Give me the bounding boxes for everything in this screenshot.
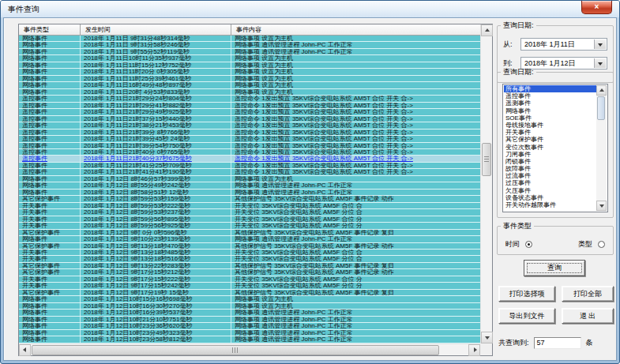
scroll-right-arrow-icon[interactable] <box>468 344 480 356</box>
table-row[interactable]: 网络事件2018年 1月11日11时20分 0秒305毫秒网络事项 设置为主机 <box>19 69 480 75</box>
print-selected-button[interactable]: 打印选择项 <box>498 286 555 302</box>
event-type-cell: 开关事件 <box>19 276 81 282</box>
list-item[interactable]: 刀闸事件 <box>504 151 596 158</box>
list-item[interactable]: 欠压事件 <box>504 187 596 194</box>
close-button[interactable]: × <box>581 1 612 14</box>
table-row[interactable]: 网络事件2018年 1月12日 8时46分57秒399毫秒网络事项 设置为主机 <box>19 176 480 182</box>
table-row[interactable]: 网络事件2018年 1月11日 9时31分48秒314毫秒网络事项 设置为主机 <box>19 36 480 42</box>
table-row[interactable]: 其它保护事件2018年 1月12日 8时59分53秒159毫秒其他保护信号 35… <box>19 196 480 202</box>
table-row[interactable]: 开关事件2018年 1月12日 9时13分18秒516毫秒开关变位 35KV综合… <box>19 256 480 262</box>
vertical-scroll-thumb[interactable] <box>482 143 491 176</box>
table-row[interactable]: 遥控事件2018年 1月11日21时39分54秒750毫秒遥控命令 1发出预置 … <box>19 143 480 149</box>
table-row[interactable]: 开关事件2018年 1月12日 8时59分53秒237毫秒开关变位 35KV综合… <box>19 209 480 216</box>
table-row[interactable]: 网络事件2018年 1月11日 9时55分52秒119毫秒网络事项 通讯管理进程… <box>19 49 480 55</box>
scroll-down-arrow-icon[interactable] <box>481 332 493 343</box>
table-horizontal-scrollbar[interactable] <box>19 343 480 355</box>
event-table: 事件类型 发生时间 事件内容 网络事件2018年 1月11日 9时31分48秒3… <box>18 24 493 356</box>
list-item[interactable]: 过压事件 <box>504 179 596 186</box>
event-content-cell: 遥控命令 1发出预置 35KV综合变电站系统 AM5T 合位 开关 合-> <box>231 122 480 128</box>
event-type-cell: 网络事件 <box>19 336 81 342</box>
list-item[interactable]: 遥控事件 <box>504 92 596 99</box>
table-row[interactable]: 网络事件2018年 1月11日 9时31分58秒246毫秒网络事项 通讯管理进程… <box>19 42 480 48</box>
table-row[interactable]: 遥控事件2018年 1月11日21时29分24秒804毫秒遥控命令 1发出预置 … <box>19 96 480 102</box>
list-scrollbar[interactable] <box>596 85 607 211</box>
list-item[interactable]: 所有事件 <box>504 85 596 92</box>
table-row[interactable]: 遥控事件2018年 1月11日21时29分41秒882毫秒遥控命令 1发出预置 … <box>19 103 480 109</box>
table-row[interactable]: 遥控事件2018年 1月11日21时29分49秒925毫秒遥控命令 1发出预置 … <box>19 109 480 115</box>
table-row[interactable]: 遥控事件2018年 1月11日21时40分37秒675毫秒遥控命令 1发出预置 … <box>19 156 480 162</box>
exit-button[interactable]: 退 出 <box>562 308 614 324</box>
table-row[interactable]: 其它保护事件2018年 1月12日 9时 0分 0秒596毫秒其他保护信号 35… <box>19 230 480 236</box>
radio-type[interactable] <box>598 241 605 248</box>
list-item[interactable]: 设备状态事件 <box>504 194 596 201</box>
table-row[interactable]: 开关事件2018年 1月12日 9时17分15秒242毫秒开关变位 35KV综合… <box>19 283 480 289</box>
list-item[interactable]: 过流事件 <box>504 172 596 179</box>
query-button[interactable]: 查询 <box>524 260 585 276</box>
list-item[interactable]: 遥测事件 <box>504 99 596 107</box>
table-row[interactable]: 遥控事件2018年 1月11日21时37分15秒440毫秒遥控命令 1发出预置 … <box>19 116 480 122</box>
list-item[interactable]: 闭锁事件 <box>504 158 596 165</box>
export-to-file-button[interactable]: 导出到文件 <box>498 308 555 324</box>
list-item[interactable]: 开关事件 <box>504 129 596 136</box>
table-row[interactable]: 遥控事件2018年 1月11日21时40分 0秒765毫秒遥控命令 1发出预置 … <box>19 149 480 156</box>
scroll-left-arrow-icon[interactable] <box>19 344 31 356</box>
list-item[interactable]: 故障事件 <box>504 165 596 172</box>
list-item[interactable]: 变位次数事件 <box>504 144 596 151</box>
table-vertical-scrollbar[interactable] <box>480 24 492 343</box>
list-item[interactable]: 开关动作越限事件 <box>504 201 596 208</box>
table-row[interactable]: 网络事件2018年 1月12日10时23分58秒812毫秒网络事项 通讯管理进程… <box>19 336 480 343</box>
table-row[interactable]: 遥控事件2018年 1月11日21时39分45秒 24毫秒遥控命令 1发出预置 … <box>19 136 480 142</box>
list-item[interactable]: 母线接地事件 <box>504 122 596 129</box>
table-row[interactable]: 网络事件2018年 1月11日11时15分12秒752毫秒网络事项 设置为主机 <box>19 62 480 69</box>
table-row[interactable]: 网络事件2018年 1月12日10时16分30秒270毫秒网络事项 设置为主机 <box>19 303 480 310</box>
radio-time[interactable] <box>525 241 532 248</box>
event-time-cell: 2018年 1月12日10时16分30秒270毫秒 <box>81 303 231 309</box>
table-row[interactable]: 遥控事件2018年 1月11日21时41分25秒709毫秒遥控命令 1发出预置 … <box>19 163 480 169</box>
scroll-up-arrow-icon[interactable] <box>481 24 493 36</box>
list-scroll-thumb[interactable] <box>597 96 605 120</box>
list-item[interactable]: SOE事件 <box>504 114 596 122</box>
table-row[interactable]: 网络事件2018年 1月11日20时 4分53秒833毫秒网络事项 设置为主机 <box>19 89 480 96</box>
table-row[interactable]: 遥控事件2018年 1月11日21时41分41秒190毫秒遥控命令 1发出预置 … <box>19 169 480 175</box>
list-item[interactable]: 其它保护事件 <box>504 136 596 143</box>
list-scroll-up-arrow-icon[interactable] <box>596 85 607 96</box>
header-event-content[interactable]: 事件内容 <box>231 24 480 36</box>
table-row[interactable]: 其它保护事件2018年 1月12日 9时17分19秒 15毫秒其他保护信号 35… <box>19 290 480 296</box>
list-item[interactable]: 网络事件 <box>504 107 596 114</box>
table-row[interactable]: 网络事件2018年 1月12日 9时10分23秒139毫秒网络事项 通讯管理进程… <box>19 236 480 242</box>
event-type-listbox[interactable]: 所有事件遥控事件遥测事件网络事件SOE事件母线接地事件开关事件其它保护事件变位次… <box>502 84 608 212</box>
table-row[interactable]: 网络事件2018年 1月11日11时25分39秒461毫秒网络事项 设置为主机 <box>19 76 480 82</box>
table-row[interactable]: 其它保护事件2018年 1月12日 9时13分18秒470毫秒其他保护信号 35… <box>19 243 480 250</box>
event-time-cell: 2018年 1月11日16时49分48秒897毫秒 <box>81 82 231 88</box>
table-row[interactable]: 其它保护事件2018年 1月12日 9时17分15秒212毫秒其他保护信号 35… <box>19 269 480 276</box>
header-event-time[interactable]: 发生时间 <box>81 24 231 36</box>
table-row[interactable]: 开关事件2018年 1月12日 9时17分15秒222毫秒开关变位 35KV综合… <box>19 276 480 283</box>
table-row[interactable]: 网络事件2018年 1月12日10时23分36秒620毫秒网络事项 通讯管理进程… <box>19 323 480 329</box>
from-date-select[interactable]: 2018年 1月11日 <box>520 38 607 51</box>
table-row[interactable]: 网络事件2018年 1月11日16时49分48秒897毫秒网络事项 设置为主机 <box>19 82 480 88</box>
table-row[interactable]: 网络事件2018年 1月11日10时11分35秒937毫秒网络事项 设置为主机 <box>19 55 480 62</box>
dropdown-arrow-icon[interactable] <box>594 39 606 49</box>
table-row[interactable]: 网络事件2018年 1月12日10时23分49秒323毫秒网络事项 通讯管理进程… <box>19 330 480 336</box>
table-row[interactable]: 开关事件2018年 1月12日 8时59分53秒222毫秒开关变位 35KV综合… <box>19 203 480 209</box>
event-time-cell: 2018年 1月12日 9时13分18秒516毫秒 <box>81 256 231 261</box>
header-event-type[interactable]: 事件类型 <box>19 24 81 36</box>
table-row[interactable]: 网络事件2018年 1月12日 8时55分49秒242毫秒网络事项 通讯管理进程… <box>19 182 480 189</box>
event-content-cell: 遥控命令 1发出预置 35KV综合变电站系统 AM5T 合位 开关 合-> <box>231 163 480 168</box>
table-row[interactable]: 开关事件2018年 1月12日 8时59分56秒895毫秒开关变位 35KV综合… <box>19 216 480 223</box>
radio-time-label: 时间 <box>505 239 520 250</box>
table-row[interactable]: 网络事件2018年 1月12日10时21分10秒751毫秒网络事项 通讯管理进程… <box>19 317 480 323</box>
print-all-button[interactable]: 打印全部 <box>562 286 614 302</box>
table-row[interactable]: 遥控事件2018年 1月11日21时38分21秒453毫秒遥控命令 1发出预置 … <box>19 122 480 129</box>
table-row[interactable]: 开关事件2018年 1月12日 9时13分18秒485毫秒开关变位 35KV综合… <box>19 250 480 256</box>
table-row[interactable]: 其它保护事件2018年 1月12日 9时13分22秒283毫秒其他保护信号 35… <box>19 263 480 269</box>
table-row[interactable]: 网络事件2018年 1月12日 8时58分51秒 12毫秒网络事项 通讯管理进程… <box>19 190 480 196</box>
table-row[interactable]: 开关事件2018年 1月12日 8时59分56秒925毫秒开关变位 35KV综合… <box>19 223 480 229</box>
event-content-cell: 其他保护信号 35KV综合变电站系统 AM5F 事件记录 动作 <box>231 269 480 275</box>
list-scroll-down-arrow-icon[interactable] <box>596 201 607 211</box>
table-row[interactable]: 遥控事件2018年 1月11日21时39分 8秒766毫秒遥控命令 1发出预置 … <box>19 129 480 136</box>
event-time-cell: 2018年 1月12日 8时58分51秒 12毫秒 <box>81 190 231 195</box>
table-row[interactable]: 网络事件2018年 1月12日10时16分39秒537毫秒网络事项 通讯管理进程… <box>19 310 480 316</box>
table-row[interactable]: 网络事件2018年 1月12日10时15分16秒698毫秒网络事项 设置为主机 <box>19 296 480 302</box>
horizontal-scroll-thumb[interactable] <box>32 345 439 355</box>
